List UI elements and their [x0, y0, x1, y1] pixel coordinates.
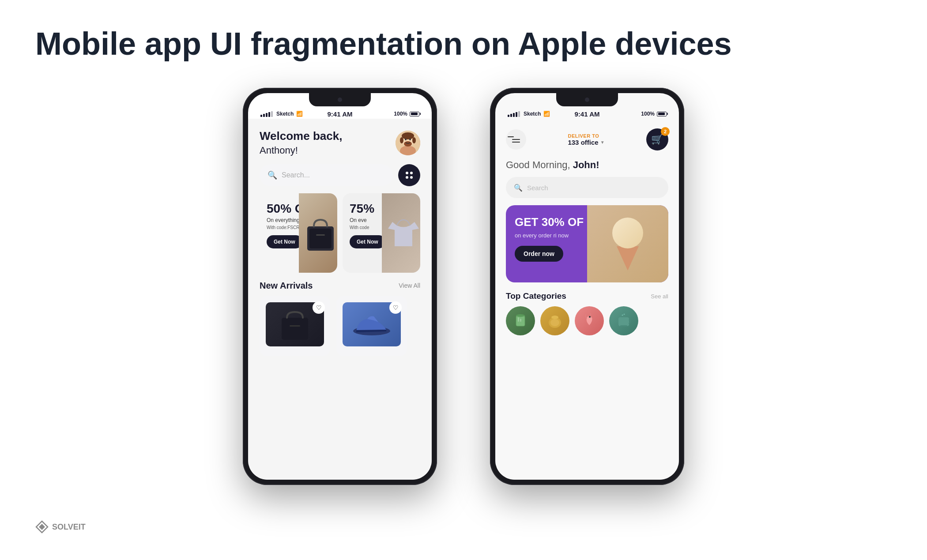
- svg-marker-27: [39, 524, 45, 530]
- cart-icon: 🛒: [651, 134, 663, 145]
- battery-body: [410, 112, 419, 117]
- svg-point-3: [400, 137, 403, 143]
- status-right-2: 100%: [641, 111, 667, 117]
- phones-container: Sketch 📶 9:41 AM 100%: [0, 79, 927, 485]
- search-placeholder-1: Search...: [282, 171, 310, 179]
- category-seafood[interactable]: [575, 306, 604, 335]
- product-shoe: ♡: [336, 296, 407, 356]
- ice-cream-cone: [617, 246, 639, 271]
- banner-card-2: 75% On eve With code Get Now: [343, 193, 420, 273]
- svg-point-2: [402, 132, 414, 139]
- svg-rect-24: [618, 317, 629, 326]
- hamburger-button[interactable]: [506, 129, 526, 150]
- products-row: ♡ ♡: [248, 296, 432, 356]
- deliver-to-address[interactable]: 133 office ▼: [568, 139, 604, 146]
- phone-2-signal: Sketch 📶: [508, 111, 550, 117]
- phone-1-status-bar: Sketch 📶 9:41 AM 100%: [248, 105, 432, 119]
- signal-bars: [260, 111, 273, 117]
- banners-row: 50% Off On everything today With code:FS…: [248, 193, 432, 273]
- category-drinks[interactable]: [506, 306, 535, 335]
- shrimp-svg: [580, 312, 598, 330]
- svg-rect-12: [282, 318, 308, 340]
- view-all-link[interactable]: View All: [399, 282, 420, 289]
- svg-point-22: [550, 319, 559, 326]
- new-arrivals-title: New Arrivals: [260, 281, 313, 291]
- svg-rect-18: [520, 319, 521, 322]
- svg-rect-10: [309, 229, 332, 248]
- battery-fill-2: [658, 113, 665, 115]
- deliver-to-block: DELIVER TO 133 office ▼: [568, 133, 604, 146]
- hamburger-line: [512, 142, 520, 143]
- banner-2-cta[interactable]: Get Now: [350, 235, 385, 248]
- svg-point-21: [551, 316, 558, 319]
- banner-1-cta[interactable]: Get Now: [267, 235, 302, 248]
- hamburger-line: [508, 136, 514, 137]
- phone-2: Sketch 📶 9:41 AM 100%: [490, 88, 684, 485]
- category-tea[interactable]: [609, 306, 638, 335]
- phone-1-signal: Sketch 📶: [260, 111, 303, 117]
- menu-button[interactable]: [398, 164, 420, 186]
- search-icon: 🔍: [268, 170, 277, 180]
- search-placeholder-2: Search: [527, 184, 548, 192]
- phone-2-content: DELIVER TO 133 office ▼ 🛒 2 Good Morning…: [495, 119, 679, 480]
- svg-rect-11: [316, 234, 325, 236]
- user-avatar[interactable]: [396, 131, 420, 155]
- search-bar-2[interactable]: 🔍 Search: [506, 177, 668, 198]
- svg-point-16: [516, 314, 525, 317]
- shoe-svg: [352, 311, 392, 338]
- clothing-svg: [386, 213, 420, 253]
- wifi-icon-2: 📶: [543, 111, 550, 117]
- deliver-to-label: DELIVER TO: [568, 133, 604, 139]
- greeting-name: John!: [573, 159, 599, 170]
- banner-1-image: [299, 193, 337, 273]
- cart-button[interactable]: 🛒 2: [646, 128, 668, 150]
- hamburger-line: [512, 139, 520, 140]
- battery-fill: [411, 113, 418, 115]
- svg-rect-17: [518, 317, 519, 322]
- categories-row: [495, 306, 679, 335]
- address-text: 133 office: [568, 139, 598, 146]
- phone-2-screen: Sketch 📶 9:41 AM 100%: [495, 93, 679, 480]
- fav-btn-bag[interactable]: ♡: [313, 301, 325, 314]
- phone-2-camera: [585, 98, 589, 102]
- status-time-2: 9:41 AM: [575, 110, 600, 118]
- order-now-btn[interactable]: Order now: [515, 246, 563, 262]
- svg-point-7: [405, 139, 407, 140]
- banner-2-image: [382, 193, 420, 273]
- battery-body-2: [657, 112, 667, 117]
- battery-percent-2: 100%: [641, 111, 655, 117]
- fav-btn-shoe[interactable]: ♡: [389, 301, 402, 314]
- greeting-line2: Anthony!: [260, 145, 298, 156]
- wifi-icon: 📶: [296, 111, 303, 117]
- battery-icon-2: [657, 112, 667, 117]
- carrier-name: Sketch: [276, 111, 294, 117]
- phone-1-header: Welcome back, Anthony!: [248, 122, 432, 162]
- new-arrivals-header: New Arrivals View All: [248, 273, 432, 296]
- svg-point-23: [589, 316, 591, 318]
- phone-1-screen: Sketch 📶 9:41 AM 100%: [248, 93, 432, 480]
- search-icon-2: 🔍: [514, 184, 523, 192]
- promo-banner: GET 30% OF on every order ri now Order n…: [506, 205, 668, 282]
- menu-dots-icon: [406, 172, 413, 179]
- category-honey-icon: [540, 306, 569, 335]
- drinks-svg: [512, 312, 529, 330]
- logo-icon: [35, 520, 49, 534]
- battery-icon: [410, 112, 419, 117]
- product-bag: ♡: [260, 296, 330, 356]
- category-seafood-icon: [575, 306, 604, 335]
- banner-card-1: 50% Off On everything today With code:FS…: [260, 193, 337, 273]
- bag-small-svg: [277, 307, 313, 342]
- honey-svg: [546, 312, 564, 330]
- avatar-svg: [396, 131, 420, 155]
- status-right: 100%: [394, 111, 419, 117]
- signal-bars-2: [508, 111, 520, 117]
- category-honey[interactable]: [540, 306, 569, 335]
- search-bar-1[interactable]: 🔍 Search...: [260, 164, 393, 186]
- page-title: Mobile app UI fragmentation on Apple dev…: [0, 0, 927, 79]
- phone-1: Sketch 📶 9:41 AM 100%: [243, 88, 437, 485]
- greeting-line1: Welcome back,: [260, 129, 342, 143]
- svg-rect-25: [620, 325, 627, 327]
- see-all-link[interactable]: See all: [651, 293, 668, 300]
- svg-rect-13: [290, 325, 300, 327]
- ice-cream-scoop: [612, 218, 643, 248]
